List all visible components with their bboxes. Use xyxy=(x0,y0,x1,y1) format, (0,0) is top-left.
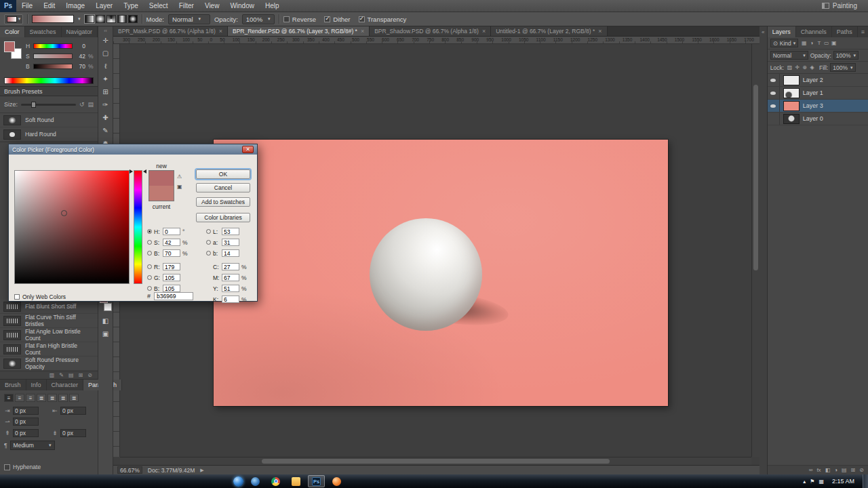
brush-preset-row[interactable]: Soft Round Pressure Opacity xyxy=(0,357,98,371)
menu-item[interactable]: View xyxy=(199,0,225,12)
panel-tab[interactable]: Navigator xyxy=(62,26,98,37)
tab-close-icon[interactable]: × xyxy=(361,28,364,35)
layer-thumbnail[interactable] xyxy=(783,75,800,85)
workspace-switcher[interactable]: Painting xyxy=(822,2,868,9)
document-tab[interactable]: BPR_Render.PSD @ 66.7% (Layer 3, RGB/8#)… xyxy=(228,26,370,36)
color-libraries-button[interactable]: Color Libraries xyxy=(196,213,250,222)
crop-tool[interactable]: ⊞ xyxy=(99,85,113,98)
color-value-input[interactable] xyxy=(222,296,239,303)
color-field-marker[interactable] xyxy=(61,210,67,216)
gradient-sample[interactable] xyxy=(32,15,74,23)
marquee-tool[interactable]: ▢ xyxy=(99,47,113,60)
panel-grip-icon[interactable]: ‹‹ xyxy=(104,28,107,34)
move-tool[interactable]: ✛ xyxy=(99,34,113,47)
brush-preset-row[interactable]: Flat Fan High Bristle Count xyxy=(0,342,98,357)
new-layer-icon[interactable]: ⊞ xyxy=(851,467,856,473)
lasso-tool[interactable]: ℓ xyxy=(99,60,113,73)
tab-close-icon[interactable]: × xyxy=(598,28,601,35)
hue-slider[interactable] xyxy=(134,170,142,284)
panel-tab[interactable]: Swatches xyxy=(25,26,62,37)
radio-button[interactable] xyxy=(147,264,152,269)
color-value-input[interactable] xyxy=(222,228,239,235)
layer-name[interactable]: Layer 1 xyxy=(803,89,823,96)
panel-tab[interactable]: Character xyxy=(47,380,84,390)
indent-input[interactable] xyxy=(13,407,39,415)
color-spectrum-ramp[interactable] xyxy=(4,77,94,84)
size-slider[interactable] xyxy=(21,104,76,106)
live-tip-preview-icon[interactable]: ✎ xyxy=(59,372,64,378)
tray-action-center-icon[interactable]: ⚑ xyxy=(810,479,814,485)
layer-visibility-toggle[interactable] xyxy=(768,74,780,86)
healing-brush-tool[interactable]: ✚ xyxy=(99,111,113,124)
open-presets-icon[interactable]: ▤ xyxy=(87,101,94,108)
tray-network-icon[interactable]: ▦ xyxy=(818,479,824,485)
hue-slider-arrow-icon[interactable] xyxy=(143,169,146,174)
hex-input[interactable] xyxy=(154,292,193,300)
radio-button[interactable] xyxy=(147,229,152,234)
blend-mode-select[interactable]: Normal ▾ xyxy=(168,14,210,24)
hyphenate-checkbox[interactable] xyxy=(4,464,10,470)
add-to-swatches-button[interactable]: Add to Swatches xyxy=(196,197,250,207)
menu-item[interactable]: Layer xyxy=(90,0,118,12)
canvas-document[interactable] xyxy=(214,140,668,406)
taskbar-app-explorer[interactable] xyxy=(288,475,304,487)
brush-preset-row[interactable]: Soft Round xyxy=(0,113,98,127)
justify-last-center-button[interactable]: ≣ xyxy=(47,394,57,402)
menu-item[interactable]: Select xyxy=(144,0,174,12)
layer-row[interactable]: Layer 2 xyxy=(768,74,868,87)
brush-stroke-preview-icon[interactable]: ▥ xyxy=(50,372,55,378)
layer-visibility-toggle[interactable] xyxy=(768,113,780,125)
taskbar-app-photoshop[interactable]: Ps xyxy=(308,475,325,487)
radio-button[interactable] xyxy=(147,251,152,256)
eyedropper-tool[interactable]: ✑ xyxy=(99,98,113,111)
brush-preset-row[interactable]: Flat Blunt Short Stiff xyxy=(0,300,98,314)
dialog-title-bar[interactable]: Color Picker (Foreground Color) ✕ xyxy=(9,144,257,155)
radio-button[interactable] xyxy=(147,240,152,245)
lock-pixels-icon[interactable]: ⊕ xyxy=(801,64,808,70)
layer-name[interactable]: Layer 3 xyxy=(803,102,823,109)
menu-item[interactable]: Filter xyxy=(174,0,199,12)
layer-opacity-select[interactable]: 100% ▾ xyxy=(833,51,859,60)
filter-type-layers-icon[interactable]: T xyxy=(815,40,823,46)
checkbox[interactable] xyxy=(283,16,290,22)
horizontal-scrollbar[interactable] xyxy=(120,457,751,465)
brush-preset-row[interactable]: Flat Angle Low Bristle Count xyxy=(0,328,98,342)
size-slider-knob[interactable] xyxy=(31,102,36,108)
color-value-input[interactable] xyxy=(163,239,180,246)
justify-last-right-button[interactable]: ≣ xyxy=(58,394,68,402)
radio-button[interactable] xyxy=(206,251,211,256)
justify-last-left-button[interactable]: ≣ xyxy=(37,394,46,402)
panel-tab[interactable]: Paths xyxy=(832,26,858,37)
tab-close-icon[interactable]: × xyxy=(482,28,486,35)
layer-thumbnail[interactable] xyxy=(783,101,800,111)
menu-item[interactable]: Type xyxy=(118,0,144,12)
tray-show-hidden-icon[interactable]: ▴ xyxy=(803,479,806,485)
color-value-input[interactable] xyxy=(163,249,180,257)
link-layers-icon[interactable]: ∞ xyxy=(809,467,813,473)
panel-tab[interactable]: Brush xyxy=(0,380,26,390)
align-center-button[interactable]: ≡ xyxy=(15,394,24,402)
web-safe-cube-icon[interactable]: ▣ xyxy=(177,184,182,190)
radio-button[interactable] xyxy=(206,229,211,234)
layer-name[interactable]: Layer 2 xyxy=(803,77,823,83)
justify-all-button[interactable]: ≣ xyxy=(69,394,79,402)
reset-size-icon[interactable]: ↺ xyxy=(79,101,85,108)
filter-pixel-layers-icon[interactable]: ▦ xyxy=(800,40,808,46)
vertical-scrollbar[interactable] xyxy=(751,44,760,457)
radio-button[interactable] xyxy=(147,286,152,291)
slider-value[interactable]: 42 xyxy=(75,53,85,60)
brush-preset-row[interactable]: Flat Curve Thin Stiff Bristles xyxy=(0,314,98,328)
slider-track[interactable] xyxy=(33,43,73,49)
show-desktop-button[interactable] xyxy=(863,474,868,488)
color-field[interactable] xyxy=(14,170,130,284)
lock-position-icon[interactable]: ✛ xyxy=(793,64,801,70)
ok-button[interactable]: OK xyxy=(196,169,250,179)
layer-thumbnail[interactable] xyxy=(783,88,800,98)
create-new-brush-icon[interactable]: ⊞ xyxy=(79,372,83,378)
layer-style-icon[interactable]: fx xyxy=(816,467,821,473)
indent-input[interactable] xyxy=(60,407,86,415)
slider-track[interactable] xyxy=(33,54,73,59)
radio-button[interactable] xyxy=(147,275,152,280)
new-group-icon[interactable]: ▤ xyxy=(842,467,847,473)
menu-item[interactable]: Edit xyxy=(38,0,60,12)
